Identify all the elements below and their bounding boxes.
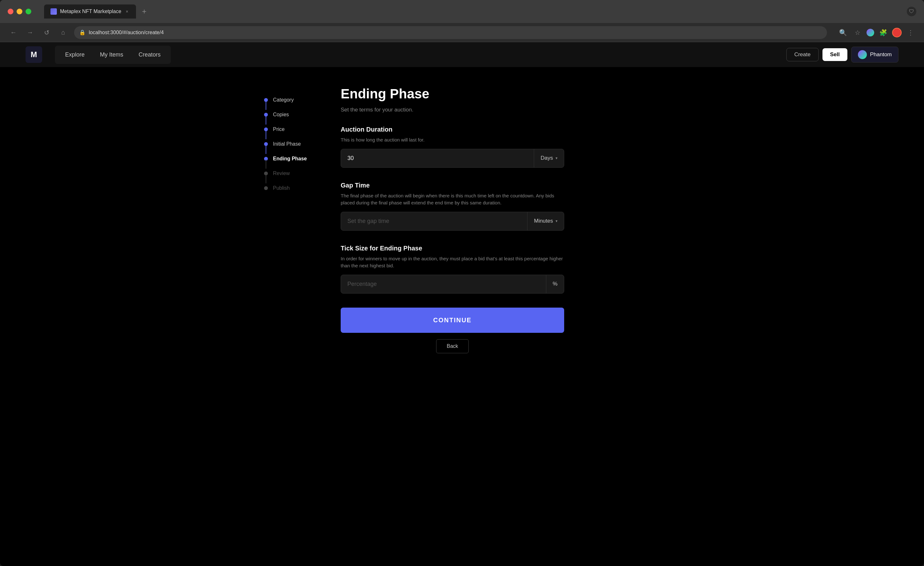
sidebar-item-ending-phase[interactable]: Ending Phase — [264, 152, 315, 166]
menu-dots-icon[interactable]: ⋮ — [905, 27, 916, 38]
sidebar-item-publish[interactable]: Publish — [264, 181, 315, 195]
active-tab[interactable]: Metaplex NFT Marketplace × — [44, 5, 136, 18]
maximize-traffic-light[interactable] — [26, 9, 31, 14]
sidebar-label-copies: Copies — [273, 112, 289, 117]
tick-size-section: Tick Size for Ending Phase In order for … — [340, 245, 564, 294]
back-button[interactable]: ← — [8, 27, 19, 38]
sell-button[interactable]: Sell — [822, 48, 848, 61]
auction-duration-desc: This is how long the auction will last f… — [340, 137, 564, 144]
browser-toolbar: ← → ↺ ⌂ 🔒 localhost:3000/#/auction/creat… — [0, 23, 924, 42]
sidebar-label-review: Review — [273, 171, 290, 176]
traffic-lights — [8, 9, 31, 14]
ext-metaplex-icon[interactable] — [867, 29, 874, 36]
nav-explore[interactable]: Explore — [57, 48, 92, 62]
gap-time-unit-dropdown[interactable]: Minutes ▾ — [527, 212, 564, 230]
sidebar-label-category: Category — [273, 97, 294, 103]
auction-duration-title: Auction Duration — [340, 126, 564, 133]
bookmark-icon[interactable]: ☆ — [852, 27, 863, 38]
main-layout: Category Copies Price Initial Phase — [238, 67, 686, 372]
url-text: localhost:3000/#/auction/create/4 — [89, 30, 164, 36]
gap-time-input-group: Minutes ▾ — [340, 212, 564, 231]
chevron-down-icon: ▾ — [555, 156, 558, 160]
forward-button[interactable]: → — [24, 27, 36, 38]
app-nav: M Explore My Items Creators Create Sell … — [0, 42, 924, 67]
browser-menu-icon[interactable]: 🛡 — [907, 7, 916, 16]
phantom-button[interactable]: Phantom — [851, 47, 898, 63]
tick-size-title: Tick Size for Ending Phase — [340, 245, 564, 252]
sidebar: Category Copies Price Initial Phase — [264, 86, 315, 353]
auction-duration-input[interactable] — [341, 149, 534, 167]
back-button[interactable]: Back — [436, 339, 469, 353]
sidebar-item-initial-phase[interactable]: Initial Phase — [264, 137, 315, 152]
sidebar-item-review[interactable]: Review — [264, 166, 315, 181]
gap-time-unit-label: Minutes — [534, 218, 553, 224]
sidebar-label-publish: Publish — [273, 185, 290, 191]
gap-time-input[interactable] — [341, 212, 527, 230]
app-content: M Explore My Items Creators Create Sell … — [0, 42, 924, 566]
browser-window: Metaplex NFT Marketplace × + 🛡 ← → ↺ ⌂ 🔒… — [0, 0, 924, 566]
auction-duration-unit-label: Days — [540, 155, 553, 161]
tick-size-desc: In order for winners to move up in the a… — [340, 255, 564, 270]
minimize-traffic-light[interactable] — [16, 9, 22, 14]
nav-logo[interactable]: M — [26, 46, 42, 63]
close-traffic-light[interactable] — [8, 9, 14, 14]
tick-size-input[interactable] — [341, 275, 546, 293]
profile-avatar[interactable] — [892, 28, 902, 38]
nav-right: Create Sell Phantom — [786, 47, 898, 63]
auction-duration-unit-dropdown[interactable]: Days ▾ — [534, 149, 564, 167]
phantom-avatar-icon — [858, 50, 867, 59]
browser-extensions: 🔍 ☆ 🧩 ⋮ — [837, 27, 916, 38]
sidebar-item-price[interactable]: Price — [264, 122, 315, 137]
browser-titlebar: Metaplex NFT Marketplace × + 🛡 — [0, 0, 924, 23]
tick-size-unit: % — [546, 275, 564, 293]
phantom-label: Phantom — [870, 51, 892, 58]
sidebar-label-price: Price — [273, 126, 285, 132]
tick-size-percent-label: % — [553, 281, 558, 287]
tab-close-button[interactable]: × — [124, 9, 130, 14]
tab-favicon — [51, 8, 57, 15]
main-content: Ending Phase Set the terms for your auct… — [340, 86, 564, 353]
home-button[interactable]: ⌂ — [57, 27, 69, 38]
auction-duration-input-group: Days ▾ — [340, 149, 564, 168]
sidebar-item-copies[interactable]: Copies — [264, 107, 315, 122]
page-subtitle: Set the terms for your auction. — [340, 107, 564, 113]
nav-my-items[interactable]: My Items — [92, 48, 131, 62]
continue-button[interactable]: CONTINUE — [340, 308, 564, 333]
gap-time-title: Gap Time — [340, 182, 564, 189]
create-button[interactable]: Create — [786, 48, 819, 62]
gap-time-desc: The final phase of the auction will begi… — [340, 192, 564, 207]
new-tab-button[interactable]: + — [139, 6, 150, 17]
nav-creators[interactable]: Creators — [131, 48, 168, 62]
reload-button[interactable]: ↺ — [41, 27, 52, 38]
address-bar[interactable]: 🔒 localhost:3000/#/auction/create/4 — [74, 26, 827, 39]
chevron-down-icon: ▾ — [555, 219, 558, 223]
shield-icon: 🛡 — [909, 9, 914, 14]
sidebar-label-ending-phase: Ending Phase — [273, 156, 307, 162]
sidebar-item-category[interactable]: Category — [264, 93, 315, 107]
page-title: Ending Phase — [340, 86, 564, 102]
tab-title: Metaplex NFT Marketplace — [60, 9, 122, 14]
auction-duration-section: Auction Duration This is how long the au… — [340, 126, 564, 168]
sidebar-label-initial-phase: Initial Phase — [273, 141, 301, 147]
search-browser-icon[interactable]: 🔍 — [837, 27, 849, 38]
nav-links: Explore My Items Creators — [55, 46, 171, 64]
tick-size-input-group: % — [340, 275, 564, 294]
puzzle-icon[interactable]: 🧩 — [878, 27, 889, 38]
lock-icon: 🔒 — [79, 29, 86, 36]
gap-time-section: Gap Time The final phase of the auction … — [340, 182, 564, 231]
tab-bar: Metaplex NFT Marketplace × + — [44, 5, 902, 18]
sidebar-dot-publish — [264, 186, 268, 190]
